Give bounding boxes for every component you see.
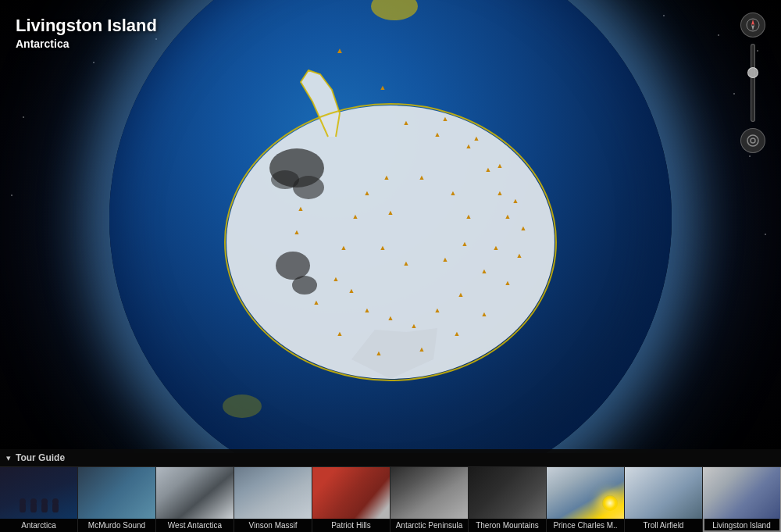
svg-point-54 xyxy=(223,395,262,418)
tour-caption-antarctica: Antarctica xyxy=(0,519,77,532)
svg-text:▲: ▲ xyxy=(387,314,394,322)
tour-thumb-prince xyxy=(547,467,624,519)
svg-text:▲: ▲ xyxy=(497,162,504,170)
map-viewport[interactable]: ▲ ▲ ▲ ▲ ▲ ▲ ▲ ▲ ▲ ▲ ▲ ▲ ▲ ▲ ▲ ▲ ▲ ▲ ▲ ▲ … xyxy=(0,0,781,453)
svg-text:▲: ▲ xyxy=(403,259,410,267)
svg-text:▲: ▲ xyxy=(364,306,371,314)
svg-marker-57 xyxy=(751,25,754,30)
svg-text:▲: ▲ xyxy=(419,345,426,353)
svg-text:▲: ▲ xyxy=(505,279,512,287)
svg-text:▲: ▲ xyxy=(383,173,390,181)
tour-items-container: AntarcticaMcMurdo SoundWest AntarcticaVi… xyxy=(0,467,781,532)
tour-thumb-theron xyxy=(469,467,546,519)
svg-text:▲: ▲ xyxy=(442,115,449,123)
svg-text:▲: ▲ xyxy=(454,330,461,337)
location-label: Livingston Island Antarctica xyxy=(16,16,157,50)
svg-text:▲: ▲ xyxy=(298,205,305,212)
svg-text:▲: ▲ xyxy=(458,291,465,298)
tour-thumb-troll xyxy=(625,467,702,519)
svg-text:▲: ▲ xyxy=(481,310,488,318)
svg-text:▲: ▲ xyxy=(333,275,340,283)
tour-caption-west-ant: West Antarctica xyxy=(156,519,234,532)
svg-text:▲: ▲ xyxy=(434,130,441,138)
svg-point-53 xyxy=(371,0,418,20)
tour-thumb-peninsula xyxy=(390,467,468,519)
tour-thumb-mcmurdo xyxy=(78,467,155,519)
svg-text:▲: ▲ xyxy=(411,322,418,330)
svg-text:▲: ▲ xyxy=(352,212,359,220)
tour-caption-vinson: Vinson Massif xyxy=(234,519,312,532)
tour-thumb-antarctica xyxy=(0,467,77,519)
svg-text:▲: ▲ xyxy=(473,134,480,142)
svg-text:▲: ▲ xyxy=(520,224,527,232)
svg-text:▲: ▲ xyxy=(313,298,320,306)
globe[interactable]: ▲ ▲ ▲ ▲ ▲ ▲ ▲ ▲ ▲ ▲ ▲ ▲ ▲ ▲ ▲ ▲ ▲ ▲ ▲ ▲ … xyxy=(109,0,672,453)
tour-thumb-livingston xyxy=(703,467,780,519)
zoom-reset-button[interactable] xyxy=(740,128,765,153)
tour-caption-patriot: Patriot Hills xyxy=(312,519,390,532)
svg-text:▲: ▲ xyxy=(493,244,500,252)
svg-text:▲: ▲ xyxy=(380,84,387,91)
compass-icon xyxy=(746,18,760,32)
tour-caption-peninsula: Antarctic Peninsula xyxy=(390,519,468,532)
tour-item-peninsula[interactable]: Antarctic Peninsula xyxy=(390,467,469,532)
location-name: Livingston Island xyxy=(16,16,157,36)
tour-thumb-vinson xyxy=(234,467,312,519)
tour-item-troll[interactable]: Troll Airfield xyxy=(625,467,703,532)
svg-text:▲: ▲ xyxy=(481,267,488,275)
tour-item-mcmurdo[interactable]: McMurdo Sound xyxy=(78,467,156,532)
tour-caption-troll: Troll Airfield xyxy=(625,519,702,532)
tour-thumb-patriot xyxy=(312,467,390,519)
tour-guide-label: Tour Guide xyxy=(16,452,65,463)
tour-item-theron[interactable]: Theron Mountains xyxy=(469,467,547,532)
svg-text:▲: ▲ xyxy=(465,142,473,150)
tour-caption-prince: Prince Charles M.. xyxy=(547,519,624,532)
zoom-controls xyxy=(740,12,765,153)
antarctica-continent: ▲ ▲ ▲ ▲ ▲ ▲ ▲ ▲ ▲ ▲ ▲ ▲ ▲ ▲ ▲ ▲ ▲ ▲ ▲ ▲ … xyxy=(109,0,672,453)
svg-text:▲: ▲ xyxy=(337,330,344,337)
tour-guide-panel: ▾ Tour Guide AntarcticaMcMurdo SoundWest… xyxy=(0,449,781,532)
zoom-slider-track[interactable] xyxy=(751,44,755,122)
svg-text:▲: ▲ xyxy=(294,228,301,236)
tour-thumb-west-ant xyxy=(156,467,234,519)
tour-item-prince[interactable]: Prince Charles M.. xyxy=(547,467,625,532)
svg-text:▲: ▲ xyxy=(419,173,426,181)
svg-text:▲: ▲ xyxy=(348,287,355,295)
location-region: Antarctica xyxy=(16,37,157,50)
svg-text:▲: ▲ xyxy=(341,244,348,252)
tour-guide-toggle[interactable]: ▾ xyxy=(6,453,11,463)
svg-text:▲: ▲ xyxy=(387,209,394,216)
tour-guide-header[interactable]: ▾ Tour Guide xyxy=(0,449,781,467)
svg-text:▲: ▲ xyxy=(336,46,344,55)
svg-marker-56 xyxy=(751,20,754,25)
tour-item-west-ant[interactable]: West Antarctica xyxy=(156,467,234,532)
svg-text:▲: ▲ xyxy=(380,244,387,252)
svg-text:▲: ▲ xyxy=(465,212,473,220)
zoom-slider-thumb[interactable] xyxy=(747,67,758,78)
svg-text:▲: ▲ xyxy=(450,189,457,197)
svg-text:▲: ▲ xyxy=(364,189,371,197)
svg-text:▲: ▲ xyxy=(512,197,519,205)
svg-text:▲: ▲ xyxy=(505,212,512,220)
svg-text:▲: ▲ xyxy=(434,306,441,314)
svg-text:▲: ▲ xyxy=(516,252,523,259)
svg-text:▲: ▲ xyxy=(497,189,504,197)
svg-point-59 xyxy=(751,138,755,143)
tour-item-vinson[interactable]: Vinson Massif xyxy=(234,467,312,532)
svg-point-8 xyxy=(292,276,317,295)
svg-text:▲: ▲ xyxy=(442,255,449,263)
tour-caption-livingston: Livingston Island xyxy=(703,519,780,532)
svg-point-7 xyxy=(276,252,310,280)
tour-item-antarctica[interactable]: Antarctica xyxy=(0,467,78,532)
tour-item-patriot[interactable]: Patriot Hills xyxy=(312,467,390,532)
compass-button[interactable] xyxy=(740,12,765,37)
svg-text:▲: ▲ xyxy=(403,119,410,127)
tour-caption-theron: Theron Mountains xyxy=(469,519,546,532)
svg-text:▲: ▲ xyxy=(485,166,492,173)
svg-text:▲: ▲ xyxy=(376,349,383,357)
zoom-icon xyxy=(747,134,759,147)
tour-caption-mcmurdo: McMurdo Sound xyxy=(78,519,155,532)
svg-point-58 xyxy=(747,135,758,146)
svg-point-6 xyxy=(271,170,299,189)
tour-item-livingston[interactable]: Livingston Island xyxy=(703,467,781,532)
